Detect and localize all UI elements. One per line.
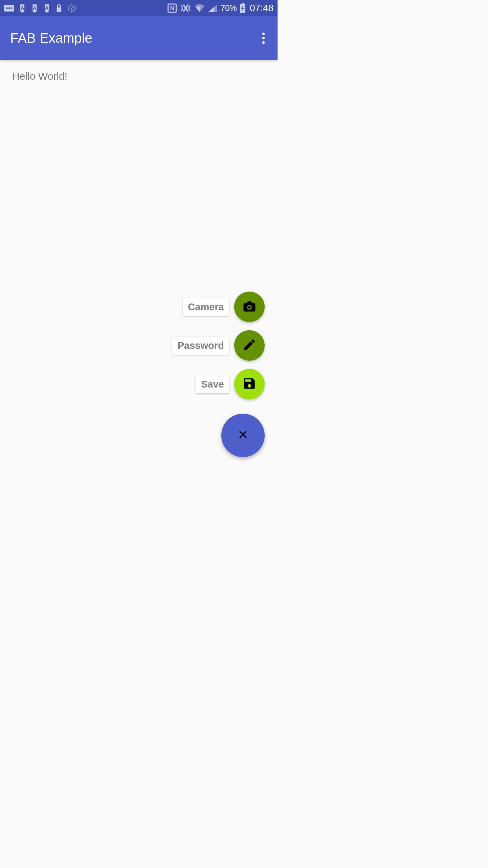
- notification-more-icon: [4, 4, 14, 12]
- fab-item-save: Save: [196, 369, 265, 399]
- fab-item-password: Password: [172, 330, 265, 361]
- fab-speed-dial: Camera Password Save: [172, 292, 265, 457]
- signal-icon: [208, 4, 218, 13]
- vibrate-icon: [180, 3, 191, 13]
- svg-text:N: N: [170, 5, 174, 11]
- svg-point-2: [8, 7, 10, 9]
- svg-text:A: A: [20, 5, 24, 11]
- wifi-icon: [194, 4, 205, 13]
- fab-label-password: Password: [172, 337, 229, 355]
- edit-icon: [242, 338, 257, 353]
- svg-point-1: [6, 7, 8, 9]
- greeting-text: Hello World!: [12, 71, 265, 82]
- dot-icon: [262, 37, 265, 39]
- fab-camera-button[interactable]: [234, 292, 265, 322]
- svg-point-3: [11, 7, 13, 9]
- battery-charging-icon: [240, 3, 246, 13]
- a-badge-icon: A: [18, 3, 26, 13]
- svg-text:A: A: [45, 5, 49, 11]
- status-bar-left: A A A Z: [4, 3, 77, 13]
- status-time: 07:48: [250, 3, 273, 14]
- svg-text:A: A: [33, 5, 37, 11]
- camera-icon: [242, 299, 257, 315]
- fab-main-button[interactable]: [221, 414, 265, 457]
- svg-rect-8: [59, 9, 59, 11]
- nfc-icon: N: [167, 3, 177, 13]
- save-icon: [242, 376, 257, 392]
- close-icon: [237, 428, 249, 442]
- main-content: Hello World!: [0, 60, 278, 93]
- fab-save-button[interactable]: [234, 369, 265, 399]
- a-badge-icon: A: [43, 3, 51, 13]
- status-bar-right: N 70% 07:48: [167, 3, 273, 14]
- dot-icon: [262, 33, 265, 35]
- a-badge-icon: A: [30, 3, 39, 13]
- fab-password-button[interactable]: [234, 330, 265, 361]
- svg-text:Z: Z: [71, 6, 73, 10]
- fab-item-camera: Camera: [183, 292, 265, 322]
- fab-label-save: Save: [196, 375, 229, 393]
- overflow-menu-button[interactable]: [260, 30, 267, 46]
- fab-label-camera: Camera: [183, 298, 229, 316]
- app-title: FAB Example: [10, 31, 92, 46]
- lock-icon: [55, 3, 63, 13]
- battery-percent: 70%: [221, 3, 237, 13]
- svg-rect-14: [242, 3, 244, 4]
- dot-icon: [262, 41, 265, 44]
- gear-icon: Z: [67, 3, 77, 13]
- app-bar: FAB Example: [0, 16, 278, 60]
- status-bar: A A A Z N 70% 07:48: [0, 0, 278, 16]
